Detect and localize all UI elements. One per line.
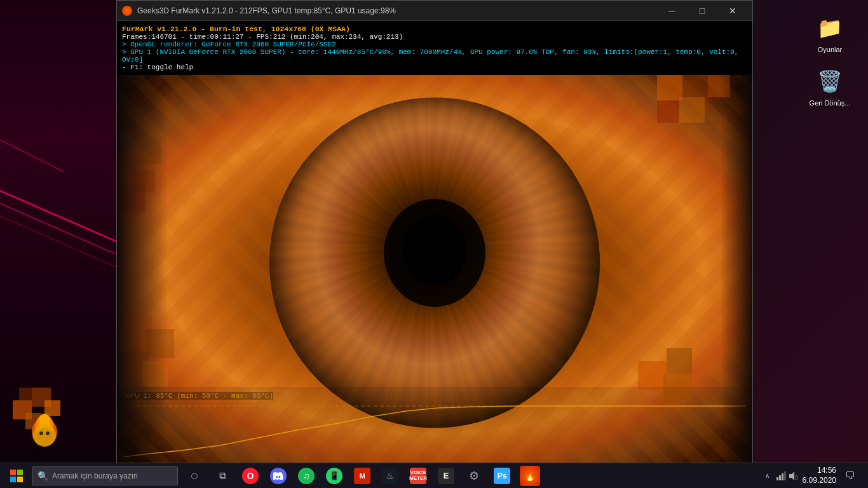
recycle-bin-icon: 🗑️ bbox=[815, 66, 845, 97]
svg-rect-16 bbox=[657, 75, 682, 100]
svg-point-14 bbox=[39, 431, 43, 435]
svg-marker-45 bbox=[789, 471, 794, 480]
temp-graph-svg bbox=[117, 387, 752, 463]
windows-logo-icon bbox=[10, 470, 23, 482]
svg-rect-42 bbox=[779, 475, 781, 480]
svg-rect-21 bbox=[638, 361, 667, 390]
photoshop-icon: Ps bbox=[494, 468, 510, 484]
svg-rect-40 bbox=[17, 477, 23, 482]
left-sidebar bbox=[0, 0, 116, 464]
photoshop-icon-button[interactable]: Ps bbox=[489, 463, 515, 489]
steam-icon: ♨ bbox=[382, 468, 398, 484]
furmark-info-line3: > OpenGL renderer: GeForce RTX 2060 SUPE… bbox=[122, 41, 747, 48]
svg-line-0 bbox=[0, 191, 116, 241]
svg-rect-6 bbox=[19, 388, 32, 400]
cortana-button[interactable]: ○ bbox=[182, 463, 207, 489]
window-titlebar: Geeks3D FurMark v1.21.2.0 - 212FPS, GPU1… bbox=[117, 1, 752, 21]
spotify-icon-button[interactable]: ♫ bbox=[294, 463, 319, 489]
search-icon: 🔍 bbox=[37, 471, 48, 481]
maximize-button[interactable]: □ bbox=[688, 1, 717, 21]
whatsapp-icon-button[interactable]: 📱 bbox=[322, 463, 347, 489]
epic-games-icon-button[interactable]: E bbox=[433, 463, 459, 489]
furmark-info-line5: - F1: toggle help bbox=[122, 64, 747, 71]
notification-icon: 🗨 bbox=[845, 470, 855, 482]
right-vignette bbox=[721, 75, 752, 463]
svg-rect-7 bbox=[44, 400, 60, 416]
clock-time: 14:56 bbox=[803, 466, 836, 476]
mangohud-icon: M bbox=[354, 468, 370, 484]
temperature-graph: GPU 1: 85°C (min: 50°C - max: 85°C) bbox=[117, 387, 752, 463]
oyunlar-label: Oyunlar bbox=[818, 46, 843, 53]
svg-rect-43 bbox=[782, 473, 783, 480]
recycle-label: Geri Dönüş... bbox=[810, 99, 851, 107]
furmark-render: GPU 1: 85°C (min: 50°C - max: 85°C) bbox=[117, 75, 752, 463]
fur-ball bbox=[269, 97, 600, 428]
window-controls: ─ □ ✕ bbox=[657, 1, 747, 21]
opera-icon: O bbox=[242, 468, 259, 484]
settings-icon-button[interactable]: ⚙ bbox=[461, 463, 487, 489]
volume-tray-icon[interactable]: )) bbox=[789, 471, 799, 481]
render-area: GPU 1: 85°C (min: 50°C - max: 85°C) bbox=[117, 75, 752, 463]
furmark-taskbar-icon: 🔥 bbox=[520, 466, 540, 486]
search-bar[interactable]: 🔍 Aramak için buraya yazın bbox=[32, 466, 178, 485]
voicemeeter-icon: VOICEMETER bbox=[410, 468, 426, 484]
mangohud-icon-button[interactable]: M bbox=[349, 463, 375, 489]
svg-rect-22 bbox=[667, 348, 692, 374]
discord-icon bbox=[270, 468, 287, 484]
system-tray: ∧ )) bbox=[763, 463, 865, 489]
discord-icon-button[interactable] bbox=[266, 463, 291, 489]
svg-line-1 bbox=[0, 203, 116, 254]
svg-rect-17 bbox=[682, 75, 708, 100]
left-vignette bbox=[117, 75, 168, 463]
oyunlar-folder-icon: 📁 bbox=[815, 13, 845, 43]
svg-rect-37 bbox=[10, 470, 16, 475]
furmark-taskbar-button[interactable]: 🔥 bbox=[517, 463, 543, 489]
clock-date: 6.09.2020 bbox=[803, 476, 836, 486]
desktop-icons: 📁 Oyunlar 🗑️ Geri Dönüş... bbox=[804, 13, 855, 107]
steam-icon-button[interactable]: ♨ bbox=[377, 463, 403, 489]
close-button[interactable]: ✕ bbox=[718, 1, 747, 21]
svg-text:)): )) bbox=[795, 475, 798, 480]
svg-point-13 bbox=[37, 428, 52, 443]
svg-rect-35 bbox=[117, 387, 752, 463]
minimize-button[interactable]: ─ bbox=[657, 1, 686, 21]
show-hidden-icons-button[interactable]: ∧ bbox=[763, 471, 772, 480]
tray-icons: )) bbox=[776, 471, 799, 481]
svg-rect-41 bbox=[776, 477, 778, 480]
window-title: Geeks3D FurMark v1.21.2.0 - 212FPS, GPU1… bbox=[137, 6, 652, 15]
svg-rect-38 bbox=[17, 470, 23, 475]
chevron-up-icon: ∧ bbox=[765, 472, 770, 479]
sidebar-decoration bbox=[6, 349, 108, 451]
svg-rect-44 bbox=[784, 471, 786, 480]
network-tray-icon[interactable] bbox=[776, 471, 786, 481]
desktop-icon-recycle[interactable]: 🗑️ Geri Dönüş... bbox=[804, 66, 855, 107]
furmark-app-icon bbox=[122, 6, 132, 16]
fur-texture bbox=[269, 97, 600, 428]
svg-rect-19 bbox=[657, 100, 679, 123]
settings-gear-icon: ⚙ bbox=[469, 469, 479, 483]
voicemeeter-icon-button[interactable]: VOICEMETER bbox=[405, 463, 431, 489]
svg-line-3 bbox=[0, 140, 64, 172]
furmark-window: Geeks3D FurMark v1.21.2.0 - 212FPS, GPU1… bbox=[116, 0, 753, 464]
furmark-info-line4: > GPU 1 (NVIDIA GeForce RTX 2060 SUPER) … bbox=[122, 48, 747, 64]
epic-games-icon: E bbox=[438, 468, 454, 484]
svg-rect-39 bbox=[10, 477, 16, 482]
notification-center-button[interactable]: 🗨 bbox=[840, 463, 860, 489]
desktop-icon-oyunlar[interactable]: 📁 Oyunlar bbox=[804, 13, 855, 53]
opera-icon-button[interactable]: O bbox=[238, 463, 263, 489]
taskbar-app-icons: ○ ⧉ O ♫ bbox=[182, 463, 543, 489]
task-view-button[interactable]: ⧉ bbox=[210, 463, 235, 489]
info-overlay: FurMark v1.21.2.0 - Burn-in test, 1024x7… bbox=[117, 21, 752, 75]
svg-point-15 bbox=[46, 431, 50, 435]
furmark-info-line2: Frames:146701 - time:00:11:27 - FPS:212 … bbox=[122, 33, 747, 41]
furmark-info-line1: FurMark v1.21.2.0 - Burn-in test, 1024x7… bbox=[122, 25, 747, 33]
whatsapp-icon: 📱 bbox=[326, 468, 342, 484]
svg-rect-20 bbox=[679, 97, 705, 123]
system-clock[interactable]: 14:56 6.09.2020 bbox=[803, 466, 836, 485]
desktop: Geeks3D FurMark v1.21.2.0 - 212FPS, GPU1… bbox=[0, 0, 868, 488]
search-placeholder: Aramak için buraya yazın bbox=[52, 471, 138, 480]
taskbar: 🔍 Aramak için buraya yazın ○ ⧉ O bbox=[0, 463, 868, 488]
start-button[interactable] bbox=[3, 463, 31, 489]
svg-line-2 bbox=[0, 216, 116, 267]
spotify-icon: ♫ bbox=[298, 468, 315, 484]
